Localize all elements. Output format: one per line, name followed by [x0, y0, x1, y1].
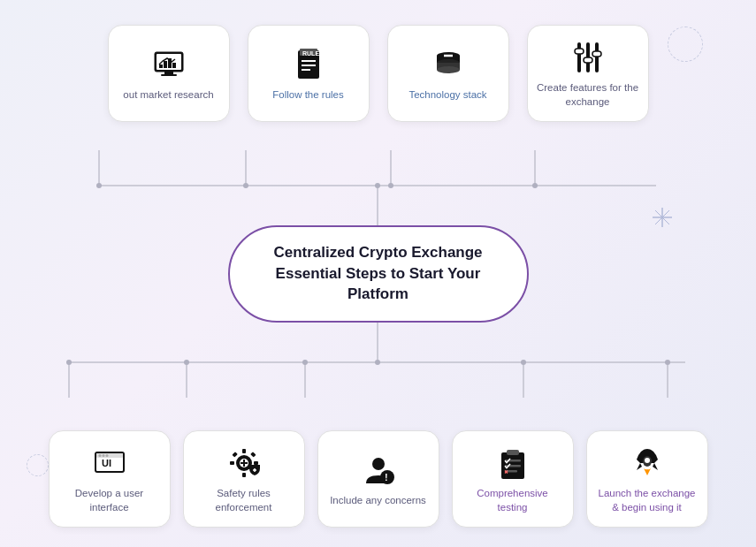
card-concerns: ! Include any concerns [317, 430, 439, 528]
svg-rect-62 [242, 449, 246, 453]
svg-point-22 [521, 360, 526, 365]
market-research-label: out market research [123, 88, 213, 103]
svg-point-9 [532, 183, 538, 188]
user-interface-label: Develop a user interface [58, 487, 161, 514]
svg-point-83 [645, 458, 650, 463]
svg-rect-27 [161, 74, 177, 76]
svg-rect-26 [164, 72, 173, 74]
card-tech-stack: Technology stack [387, 25, 509, 122]
svg-point-20 [302, 360, 308, 365]
svg-rect-66 [232, 452, 237, 457]
svg-point-7 [243, 183, 248, 188]
concerns-icon: ! [361, 452, 396, 488]
svg-point-59 [105, 454, 108, 457]
svg-point-21 [375, 360, 380, 365]
svg-point-18 [66, 360, 72, 365]
monitor-chart-icon [151, 47, 187, 82]
svg-point-23 [665, 360, 670, 365]
follow-rules-label: Follow the rules [272, 88, 344, 103]
tech-stack-label: Technology stack [409, 88, 486, 103]
features-icon [570, 40, 606, 75]
card-market-research: out market research [108, 25, 230, 122]
launch-icon [630, 445, 665, 481]
svg-point-6 [96, 183, 102, 188]
svg-point-10 [375, 183, 380, 188]
svg-rect-48 [584, 57, 592, 63]
svg-text:UI: UI [102, 458, 111, 468]
card-user-interface: UI Develop a user interface [49, 430, 171, 528]
svg-point-42 [437, 66, 460, 73]
svg-rect-29 [164, 61, 167, 68]
svg-rect-31 [172, 63, 176, 68]
svg-text:RULES: RULES [302, 50, 324, 57]
card-launch: Launch the exchange & begin using it [586, 430, 708, 528]
svg-point-8 [388, 183, 393, 188]
testing-label: Comprehensive testing [462, 487, 564, 514]
diagram-container: out market research RULES Follow the rul… [0, 0, 756, 547]
bottom-cards-row: UI Develop a user interface [0, 430, 756, 528]
svg-point-58 [102, 454, 104, 457]
launch-label: Launch the exchange & begin using it [596, 487, 699, 514]
svg-point-57 [98, 454, 101, 457]
card-follow-rules: RULES Follow the rules [248, 25, 370, 122]
svg-point-19 [184, 360, 189, 365]
concerns-label: Include any concerns [330, 494, 426, 508]
center-pill-text: Centralized Crypto Exchange Essential St… [256, 242, 500, 305]
database-icon [431, 47, 466, 82]
svg-point-72 [372, 458, 385, 470]
svg-rect-45 [577, 42, 581, 72]
svg-rect-76 [507, 450, 519, 455]
safety-rules-label: Safety rules enforcement [193, 487, 295, 514]
svg-rect-28 [159, 65, 163, 68]
card-safety-rules: Safety rules enforcement [183, 430, 305, 528]
svg-rect-67 [250, 452, 256, 457]
svg-rect-46 [595, 42, 599, 72]
testing-icon [495, 445, 531, 481]
svg-rect-65 [254, 461, 258, 465]
card-create-features: Create features for the exchange [527, 25, 649, 122]
decorative-star [653, 208, 672, 232]
card-testing: Comprehensive testing [452, 430, 574, 528]
safety-icon [226, 445, 262, 481]
svg-rect-49 [592, 51, 601, 57]
center-pill: Centralized Crypto Exchange Essential St… [228, 225, 529, 323]
ui-icon: UI [92, 445, 127, 481]
svg-rect-63 [242, 473, 246, 477]
svg-rect-47 [575, 49, 584, 54]
create-features-label: Create features for the exchange [537, 81, 639, 109]
svg-text:!: ! [385, 472, 388, 482]
svg-rect-64 [230, 461, 234, 465]
rules-icon: RULES [291, 47, 326, 82]
